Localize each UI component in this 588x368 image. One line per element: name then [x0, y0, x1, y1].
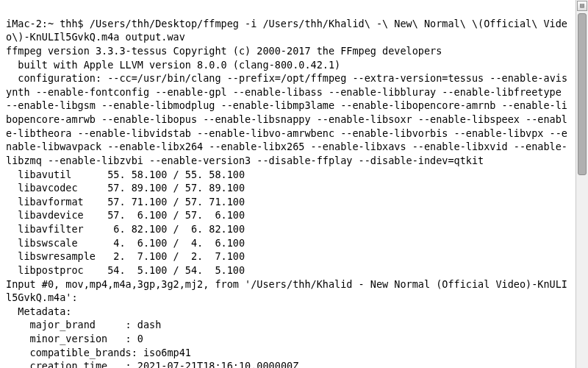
metadata-creation-time: creation_time : 2021-07-21T18:16:10.0000… — [6, 360, 298, 368]
metadata-compatible-brands: compatible_brands: iso6mp41 — [6, 347, 191, 358]
input-line: Input #0, mov,mp4,m4a,3gp,3g2,mj2, from … — [6, 278, 567, 304]
terminal-output[interactable]: iMac-2:~ thh$ /Users/thh/Desktop/ffmpeg … — [0, 0, 573, 368]
library-versions: libavutil 55. 58.100 / 55. 58.100 libavc… — [6, 168, 569, 277]
metadata-minor-version: minor_version : 0 — [6, 333, 143, 344]
metadata-header: Metadata: — [6, 305, 71, 317]
scrollbar-track[interactable]: ▤ — [576, 0, 588, 368]
library-version-row: libswresample 2. 7.100 / 2. 7.100 — [6, 250, 569, 263]
library-version-row: libavformat 57. 71.100 / 57. 71.100 — [6, 195, 569, 209]
library-version-row: libswscale 4. 6.100 / 4. 6.100 — [6, 236, 569, 250]
scroll-up-button[interactable]: ▤ — [577, 1, 587, 11]
library-version-row: libavfilter 6. 82.100 / 6. 82.100 — [6, 222, 569, 236]
banner-line: ffmpeg version 3.3.3-tessus Copyright (c… — [6, 45, 442, 57]
config-line: configuration: --cc=/usr/bin/clang --pre… — [6, 72, 567, 166]
built-line: built with Apple LLVM version 8.0.0 (cla… — [6, 59, 340, 71]
metadata-major-brand: major_brand : dash — [6, 319, 161, 330]
scrollbar-thumb[interactable] — [578, 13, 587, 175]
library-version-row: libavcodec 57. 89.100 / 57. 89.100 — [6, 181, 569, 195]
library-version-row: libpostproc 54. 5.100 / 54. 5.100 — [6, 263, 569, 277]
library-version-row: libavdevice 57. 6.100 / 57. 6.100 — [6, 208, 569, 222]
prompt-line: iMac-2:~ thh$ /Users/thh/Desktop/ffmpeg … — [6, 18, 567, 43]
library-version-row: libavutil 55. 58.100 / 55. 58.100 — [6, 168, 569, 182]
